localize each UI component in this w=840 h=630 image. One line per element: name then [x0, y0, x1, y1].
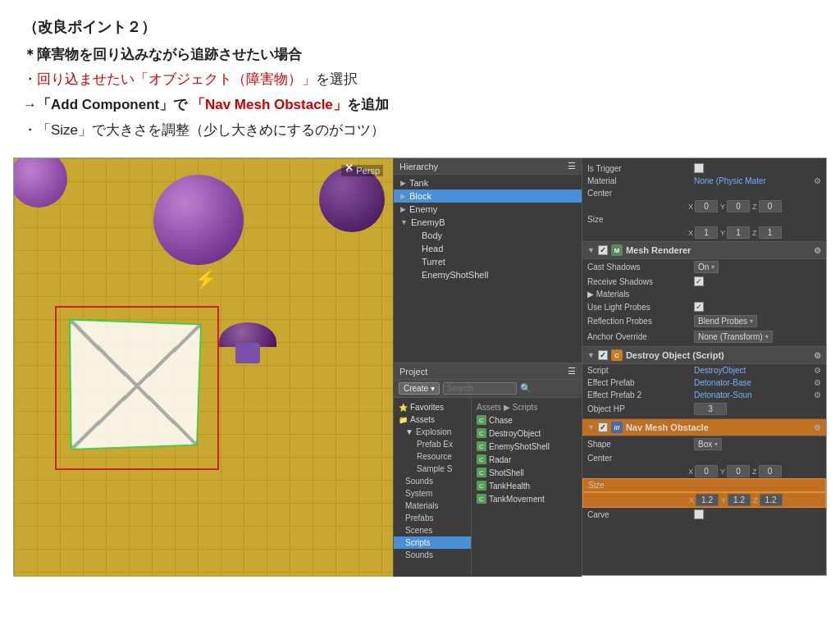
effect-prefab-settings[interactable]: ⚙ [814, 378, 821, 387]
destroy-label: Destroy Object (Script) [626, 350, 724, 360]
nav-cx-char: X [688, 468, 693, 476]
nav-sz-char: Z [753, 496, 758, 504]
nav-center-y-input[interactable] [727, 465, 750, 477]
proj-prefabex[interactable]: Prefab Ex [394, 438, 471, 450]
mesh-renderer-header[interactable]: ▼ M Mesh Renderer ⚙ [582, 241, 826, 259]
viewport-close[interactable]: ✕ [345, 162, 354, 174]
material-settings-icon[interactable]: ⚙ [814, 176, 821, 185]
nav-size-z-input[interactable] [760, 494, 783, 506]
center-z-input[interactable] [759, 200, 782, 212]
hierarchy-menu-icon[interactable]: ☰ [568, 161, 576, 171]
script-item-tankhealth[interactable]: C TankHealth [472, 479, 582, 492]
shape-value[interactable]: Box [694, 438, 722, 450]
script-settings-icon[interactable]: ⚙ [814, 366, 821, 375]
row-effect-prefab2: Effect Prefab 2 Detonator-Soun ⚙ [582, 389, 826, 401]
create-button[interactable]: Create ▾ [399, 382, 440, 395]
script-item-enemyshotshell[interactable]: C EnemyShotShell [472, 440, 582, 453]
project-left-panel: ⭐ Favorites 📁 Assets ▼ Explosion Prefab … [394, 398, 472, 577]
effect-prefab-value[interactable]: Detonator-Base [694, 378, 751, 387]
green-box [69, 319, 202, 450]
center-x-input[interactable] [695, 200, 718, 212]
is-trigger-checkbox[interactable] [694, 163, 704, 173]
mesh-renderer-settings[interactable]: ⚙ [814, 246, 821, 255]
proj-scenes[interactable]: Scenes [394, 524, 471, 536]
script-value[interactable]: DestroyObject [694, 366, 746, 375]
destroy-settings[interactable]: ⚙ [814, 351, 821, 360]
script-item-destroyobject[interactable]: C DestroyObject [472, 427, 582, 440]
material-value[interactable]: None (Physic Mater [694, 176, 766, 185]
script-item-chase[interactable]: C Chase [472, 413, 582, 427]
size-x-input[interactable] [695, 226, 718, 239]
hier-item-head[interactable]: Head [394, 242, 582, 255]
carve-label: Carve [587, 510, 694, 519]
nav-mesh-checkbox[interactable] [598, 422, 608, 432]
size-y-input[interactable] [727, 226, 750, 239]
project-panel: Project ☰ Create ▾ 🔍 ⭐ Favorites 📁 Asset… [394, 363, 582, 577]
proj-materials[interactable]: Materials [394, 500, 471, 512]
use-light-probes-checkbox[interactable] [694, 302, 704, 312]
sounds2-label: Sounds [405, 550, 433, 559]
hier-item-enemyshotshell[interactable]: EnemyShotShell [394, 268, 582, 281]
proj-sounds-1[interactable]: Sounds [394, 475, 471, 487]
hier-label-turret: Turret [422, 257, 445, 267]
nav-center-z-input[interactable] [759, 465, 782, 477]
mesh-renderer-checkbox[interactable] [598, 245, 608, 255]
proj-prefabs[interactable]: Prefabs [394, 512, 471, 524]
carve-checkbox[interactable] [694, 509, 704, 519]
script-item-tankmovement[interactable]: C TankMovement [472, 492, 582, 505]
tankhealth-label: TankHealth [489, 482, 530, 491]
project-menu-icon[interactable]: ☰ [568, 366, 576, 377]
effect-prefab2-settings[interactable]: ⚙ [814, 390, 821, 399]
hier-item-body[interactable]: Body [394, 229, 582, 242]
center-z-char: Z [752, 203, 757, 211]
radar-label: Radar [489, 455, 511, 464]
center-label: Center [587, 189, 694, 198]
proj-scripts[interactable]: Scripts [394, 536, 471, 549]
nav-mesh-settings[interactable]: ⚙ [814, 423, 821, 432]
search-icon[interactable]: 🔍 [520, 383, 532, 394]
proj-system[interactable]: System [394, 487, 471, 500]
line3: ・回り込ませたい「オブジェクト（障害物）」を選択 [23, 68, 817, 92]
hier-item-turret[interactable]: Turret [394, 255, 582, 268]
hier-item-tank[interactable]: ▶ Tank [394, 176, 582, 189]
proj-sounds-2[interactable]: Sounds [394, 549, 471, 561]
cast-shadows-value[interactable]: On [694, 261, 719, 273]
hier-label-enemyb: EnemyB [411, 217, 445, 227]
proj-resource[interactable]: Resource [394, 450, 471, 463]
shotshell-script-icon: C [477, 468, 486, 477]
hier-label-tank: Tank [409, 178, 428, 188]
line5: ・「Size」で大きさを調整（少し大きめにするのがコツ） [23, 119, 817, 143]
effect-prefab2-value[interactable]: Detonator-Soun [694, 390, 752, 399]
anchor-override-value[interactable]: None (Transform) [694, 331, 773, 343]
destroy-object-header[interactable]: ▼ C Destroy Object (Script) ⚙ [582, 346, 826, 364]
search-input[interactable] [443, 382, 517, 395]
proj-samples[interactable]: Sample S [394, 463, 471, 475]
reflection-probes-label: Reflection Probes [587, 317, 694, 326]
hier-label-enemyshotshell: EnemyShotShell [422, 270, 488, 280]
hier-item-block[interactable]: ▶ Block [394, 189, 582, 203]
size-z-input[interactable] [759, 226, 782, 239]
hier-item-enemyb[interactable]: ▼ EnemyB [394, 216, 582, 229]
receive-shadows-checkbox[interactable] [694, 276, 704, 286]
proj-favorites[interactable]: ⭐ Favorites [394, 401, 471, 413]
object-hp-input[interactable] [694, 403, 727, 415]
proj-assets[interactable]: 📁 Assets [394, 413, 471, 426]
script-item-radar[interactable]: C Radar [472, 453, 582, 466]
proj-explosion[interactable]: ▼ Explosion [394, 426, 471, 438]
destroy-checkbox[interactable] [598, 350, 608, 360]
nav-size-y-input[interactable] [728, 494, 751, 506]
reflection-probes-value[interactable]: Blend Probes [694, 315, 757, 327]
hier-arrow-tank: ▶ [400, 179, 406, 187]
box-container [55, 306, 219, 470]
row-use-light-probes: Use Light Probes [582, 300, 826, 313]
hier-item-enemy[interactable]: ▶ Enemy [394, 203, 582, 216]
script-item-shotshell[interactable]: C ShotShell [472, 466, 582, 479]
row-size-xyz: X Y Z [582, 226, 826, 240]
center-y-input[interactable] [727, 200, 750, 212]
row-anchor-override: Anchor Override None (Transform) [582, 329, 826, 345]
nav-center-x-input[interactable] [695, 465, 718, 477]
nav-mesh-label: Nav Mesh Obstacle [626, 422, 709, 432]
nav-mesh-header[interactable]: ▼ /// Nav Mesh Obstacle ⚙ [582, 418, 826, 436]
hierarchy-header: Hierarchy ☰ [394, 158, 582, 175]
nav-size-x-input[interactable] [696, 494, 719, 506]
